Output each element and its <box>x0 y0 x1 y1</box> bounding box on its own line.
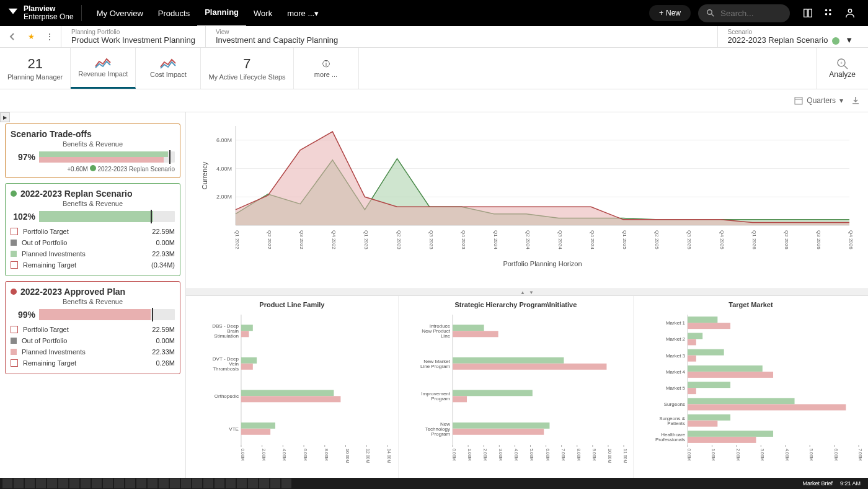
analyze-label: Analyze <box>829 70 856 79</box>
taskbar-app-icon[interactable] <box>69 478 79 488</box>
tab-label: more ... <box>314 71 337 78</box>
taskbar-app-icon[interactable] <box>47 478 57 488</box>
svg-text:Q4 2022: Q4 2022 <box>331 230 337 249</box>
taskbar-app-icon[interactable] <box>14 478 24 488</box>
svg-text:Stimulation: Stimulation <box>214 333 239 339</box>
svg-rect-140 <box>688 421 717 427</box>
taskbar-app-icon[interactable] <box>259 478 269 488</box>
taskbar-app-icon[interactable] <box>58 478 68 488</box>
svg-text:Q3 2022: Q3 2022 <box>299 230 304 249</box>
taskbar-app-icon[interactable] <box>148 478 157 488</box>
card-percent: 102% <box>11 212 35 222</box>
taskbar-app-icon[interactable] <box>159 478 169 488</box>
horizon-chart[interactable]: 2.00M4.00M6.00MQ1 2022Q2 2022Q3 2022Q4 2… <box>186 112 868 289</box>
taskbar-app-icon[interactable] <box>125 478 135 488</box>
svg-text:Q2 2025: Q2 2025 <box>654 230 660 249</box>
app-logo[interactable]: PlanviewEnterprise One <box>7 5 82 21</box>
status-dot <box>90 165 96 171</box>
tab-lifecycle-steps[interactable]: 7 My Active Lifecycle Steps <box>201 48 293 89</box>
svg-rect-129 <box>688 366 763 372</box>
favorite-star-icon[interactable]: ★ <box>24 29 38 44</box>
svg-rect-121 <box>688 323 730 329</box>
analyze-button[interactable]: + Analyze <box>816 48 868 89</box>
svg-text:10.00M: 10.00M <box>345 449 350 464</box>
search-box[interactable] <box>698 4 790 22</box>
nav-planning[interactable]: Planning <box>197 0 246 27</box>
svg-rect-84 <box>453 364 606 370</box>
taskbar-app-icon[interactable] <box>237 478 247 488</box>
search-input[interactable] <box>719 8 777 19</box>
svg-text:8.00M: 8.00M <box>324 449 329 461</box>
svg-text:Market 5: Market 5 <box>666 385 686 391</box>
tab-revenue-impact[interactable]: Revenue Impact <box>71 48 136 89</box>
svg-text:0.00M: 0.00M <box>452 449 456 461</box>
nav-work[interactable]: Work <box>246 0 280 26</box>
svg-rect-46 <box>241 325 253 331</box>
taskbar-app-icon[interactable] <box>215 478 224 488</box>
new-button[interactable]: +New <box>649 5 691 21</box>
taskbar-app-icon[interactable] <box>192 478 202 488</box>
metrics-list: Portfolio Target22.59MOut of Portfolio0.… <box>11 324 175 369</box>
nav-more[interactable]: more ...▾ <box>280 0 326 26</box>
scenario-crumb[interactable]: Scenario 2022-2023 Replan Scenario ▼ <box>717 26 863 47</box>
taskbar-clock[interactable]: 9:21 AM <box>840 480 861 487</box>
svg-text:Q1 2026: Q1 2026 <box>751 230 757 249</box>
chevron-down-icon[interactable]: ▼ <box>845 35 853 45</box>
svg-text:VTE: VTE <box>229 426 239 432</box>
chart-target-market[interactable]: Target Market Market 1Market 2Market 3Ma… <box>634 296 868 489</box>
taskbar-app-icon[interactable] <box>181 478 191 488</box>
card-approved-plan[interactable]: 2022-2023 Approved Plan Benefits & Reven… <box>5 281 180 374</box>
back-button[interactable] <box>5 29 20 44</box>
tab-more[interactable]: ⓘ more ... <box>294 48 359 89</box>
nav-my-overview[interactable]: My Overview <box>89 0 151 26</box>
book-icon[interactable] <box>801 6 815 20</box>
taskbar-app-icon[interactable] <box>81 478 91 488</box>
more-actions-icon[interactable]: ⋮ <box>42 29 57 44</box>
taskbar-app-icon[interactable] <box>103 478 113 488</box>
view-crumb[interactable]: View Investment and Capacity Planning <box>205 26 348 47</box>
svg-text:Currency: Currency <box>201 161 208 189</box>
sidebar-collapse-handle[interactable]: ▶ <box>0 112 10 122</box>
tab-label: My Active Lifecycle Steps <box>208 73 285 81</box>
metrics-list: Portfolio Target22.59MOut of Portfolio0.… <box>11 226 175 271</box>
top-bar: PlanviewEnterprise One My Overview Produ… <box>0 0 868 26</box>
tab-planning-manager[interactable]: 21 Planning Manager <box>0 48 71 89</box>
chart-product-line[interactable]: Product Line Family DBS - DeepBrainStimu… <box>186 296 399 489</box>
nav-products[interactable]: Products <box>151 0 197 26</box>
download-icon[interactable] <box>851 96 861 105</box>
apps-icon[interactable] <box>822 6 836 20</box>
taskbar-app-icon[interactable] <box>136 478 146 488</box>
taskbar-app-icon[interactable] <box>92 478 102 488</box>
svg-text:Q2 2023: Q2 2023 <box>396 230 402 249</box>
svg-rect-132 <box>688 382 730 388</box>
svg-text:Q3 2026: Q3 2026 <box>816 230 822 249</box>
tab-cost-impact[interactable]: Cost Impact <box>136 48 201 89</box>
taskbar-label[interactable]: Market Brief <box>802 480 833 487</box>
taskbar-app-icon[interactable] <box>114 478 124 488</box>
chart-strategic-hierarchy[interactable]: Strategic Hierarchy Program\Initiative I… <box>399 296 634 489</box>
taskbar-app-icon[interactable] <box>203 478 213 488</box>
search-icon <box>707 9 714 17</box>
primary-nav: My Overview Products Planning Work more … <box>89 0 327 27</box>
taskbar-app-icon[interactable] <box>270 478 280 488</box>
card-replan-scenario[interactable]: 2022-2023 Replan Scenario Benefits & Rev… <box>5 183 180 276</box>
taskbar-app-icon[interactable] <box>36 478 46 488</box>
windows-taskbar[interactable]: Market Brief 9:21 AM <box>0 478 868 489</box>
taskbar-app-icon[interactable] <box>170 478 180 488</box>
chevron-down-icon: ▾ <box>839 96 843 105</box>
svg-rect-135 <box>688 398 795 404</box>
pane-splitter[interactable]: ▲▼ <box>186 289 868 296</box>
start-icon[interactable] <box>2 478 12 488</box>
portfolio-crumb[interactable]: Planning Portfolio Product Work Investme… <box>61 26 205 47</box>
tab-label: Cost Impact <box>150 71 187 78</box>
taskbar-app-icon[interactable] <box>25 478 35 488</box>
user-icon[interactable] <box>843 6 857 20</box>
card-tradeoffs[interactable]: Scenario Trade-offs Benefits & Revenue 9… <box>5 123 180 178</box>
svg-text:Thrombosis: Thrombosis <box>213 366 239 372</box>
timescale-selector[interactable]: Quarters ▾ <box>794 96 843 105</box>
card-subtitle: Benefits & Revenue <box>11 298 175 305</box>
taskbar-app-icon[interactable] <box>281 478 291 488</box>
taskbar-app-icon[interactable] <box>226 478 236 488</box>
taskbar-app-icon[interactable] <box>248 478 258 488</box>
tab-label: Planning Manager <box>7 73 63 81</box>
